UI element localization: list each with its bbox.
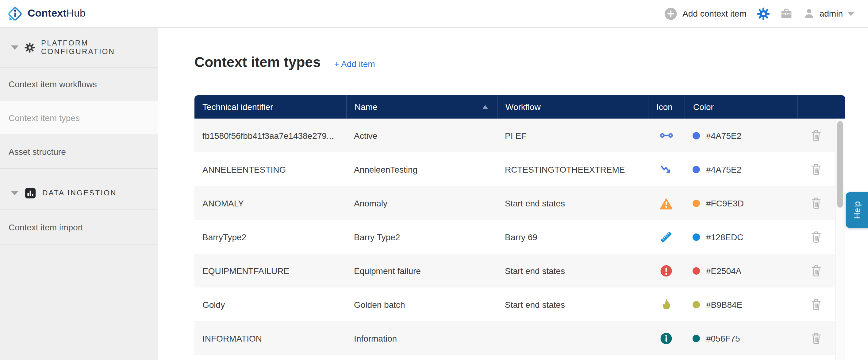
color-hex: #FC9E3D	[706, 198, 744, 208]
sidebar-item-context-item-workflows[interactable]: Context item workflows	[0, 67, 158, 101]
color-hex: #056F75	[706, 333, 740, 343]
sidebar-section-data-ingestion[interactable]: DATA INGESTION	[0, 169, 158, 210]
sidebar-item-asset-structure[interactable]: Asset structure	[0, 135, 158, 169]
help-tab[interactable]: Help	[846, 192, 868, 228]
table-row[interactable]: ANNELEENTESTING AnneleenTesting RCTESTIN…	[194, 153, 835, 186]
trash-icon[interactable]	[810, 332, 822, 344]
cell-technical-identifier: INFORMATION	[194, 333, 346, 343]
cell-color: #FC9E3D	[685, 198, 798, 208]
cell-actions	[798, 197, 835, 210]
color-dot	[692, 267, 700, 274]
cell-color: #056F75	[685, 333, 798, 343]
table-row[interactable]: INFORMATION Information #056F75	[194, 321, 835, 355]
cell-technical-identifier: ANNELEENTESTING	[194, 164, 346, 174]
trash-icon[interactable]	[810, 197, 822, 210]
info-circle-icon	[648, 331, 685, 345]
cell-name: Equipment failure	[346, 266, 497, 276]
color-dot	[692, 132, 700, 139]
ruler-icon	[648, 230, 685, 244]
color-dot	[692, 334, 700, 342]
topbar-actions: Add context item	[664, 7, 868, 20]
brand-name: ContextHub	[28, 7, 86, 20]
exclamation-circle-icon	[648, 264, 685, 277]
cell-workflow: Start end states	[497, 266, 648, 276]
cell-name: Active	[346, 131, 497, 140]
cell-technical-identifier: BarryType2	[194, 232, 346, 242]
column-header-workflow[interactable]: Workflow	[497, 95, 648, 118]
settings-gear-button[interactable]	[757, 7, 770, 20]
color-hex: #4A75E2	[706, 131, 741, 140]
help-tab-label: Help	[852, 192, 862, 228]
cell-workflow: PI EF	[497, 131, 648, 140]
contexthub-app: ContextHub Add context item	[0, 0, 868, 360]
cell-color: #E2504A	[685, 266, 798, 276]
table-scrollbar-track[interactable]	[835, 118, 845, 360]
gear-icon	[757, 7, 770, 20]
bar-chart-icon	[25, 187, 36, 199]
flame-icon	[648, 298, 685, 311]
table-row-partial[interactable]	[194, 355, 835, 360]
main-content: Context item types + Add item Technical …	[158, 28, 868, 360]
add-item-link[interactable]: + Add item	[334, 59, 375, 69]
trash-icon[interactable]	[810, 163, 822, 176]
sidebar-item-context-item-import[interactable]: Context item import	[0, 210, 158, 245]
sidebar-item-context-item-types[interactable]: Context item types	[0, 101, 158, 135]
cell-actions	[798, 163, 835, 176]
warning-triangle-icon	[648, 196, 685, 210]
table-header-row: Technical identifier Name Workflow Icon …	[194, 95, 845, 118]
chevron-down-icon	[11, 191, 19, 195]
color-dot	[692, 233, 700, 241]
cell-color: #B9B84E	[685, 300, 798, 309]
link-icon	[648, 129, 685, 142]
trash-icon[interactable]	[810, 298, 822, 311]
table-body: fb1580f56fbb41f3aa7e1438e279... Active P…	[194, 118, 835, 360]
page-title: Context item types	[194, 54, 321, 70]
chevron-down-icon	[847, 11, 855, 16]
user-icon	[803, 7, 815, 20]
toolbox-button[interactable]	[780, 7, 793, 20]
column-header-icon[interactable]: Icon	[648, 95, 685, 118]
cell-name: AnneleenTesting	[346, 164, 497, 174]
cell-technical-identifier: Goldy	[194, 300, 346, 309]
briefcase-icon	[780, 7, 793, 20]
cell-actions	[798, 129, 835, 142]
user-name: admin	[819, 8, 843, 19]
trash-icon[interactable]	[810, 230, 822, 243]
column-header-actions	[798, 95, 845, 118]
sidebar: PLATFORM CONFIGURATION Context item work…	[0, 28, 158, 360]
cell-color: #128EDC	[685, 232, 798, 242]
color-hex: #4A75E2	[706, 164, 741, 174]
cell-name: Information	[346, 333, 497, 343]
topbar: ContextHub Add context item	[0, 0, 868, 28]
gear-icon	[25, 42, 35, 53]
color-hex: #128EDC	[706, 232, 743, 242]
sidebar-section-platform-configuration[interactable]: PLATFORM CONFIGURATION	[0, 28, 158, 67]
cell-color: #4A75E2	[685, 164, 798, 174]
column-header-technical-identifier[interactable]: Technical identifier	[194, 95, 346, 118]
cell-name: Barry Type2	[346, 232, 497, 242]
table-row[interactable]: fb1580f56fbb41f3aa7e1438e279... Active P…	[194, 118, 835, 153]
column-header-color[interactable]: Color	[685, 95, 798, 118]
cell-actions	[798, 230, 835, 243]
user-menu[interactable]: admin	[803, 7, 855, 20]
cell-workflow: Start end states	[497, 198, 648, 208]
cell-technical-identifier: fb1580f56fbb41f3aa7e1438e279...	[194, 131, 346, 140]
table-row[interactable]: BarryType2 Barry Type2 Barry 69 #128EDC	[194, 220, 835, 254]
column-header-name[interactable]: Name	[346, 95, 497, 118]
table-row[interactable]: Goldy Golden batch Start end states #B9B…	[194, 287, 835, 321]
trash-icon[interactable]	[810, 129, 822, 142]
cell-actions	[798, 332, 835, 344]
chevron-down-icon	[11, 45, 19, 50]
table-row[interactable]: ANOMALY Anomaly Start end states #FC9E3D	[194, 186, 835, 220]
add-context-item-button[interactable]: Add context item	[664, 7, 747, 20]
cell-workflow: RCTESTINGTOTHEEXTREME	[497, 164, 648, 174]
app-logo[interactable]: ContextHub	[0, 0, 80, 27]
cell-actions	[798, 264, 835, 277]
color-hex: #E2504A	[706, 266, 741, 276]
cell-color: #4A75E2	[685, 131, 798, 140]
table-scrollbar-thumb[interactable]	[837, 121, 843, 207]
color-dot	[692, 301, 700, 308]
trash-icon[interactable]	[810, 264, 822, 277]
table-row[interactable]: EQUIPMENTFAILURE Equipment failure Start…	[194, 254, 835, 287]
sort-ascending-icon	[482, 105, 488, 109]
